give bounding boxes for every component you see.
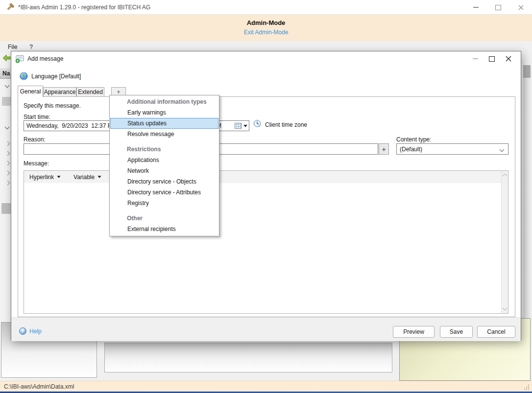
menu-item-status-updates[interactable]: Status updates — [110, 118, 218, 129]
start-time-label: Start time: — [24, 114, 50, 120]
main-window-controls — [464, 0, 532, 15]
dialog-maximize-button[interactable] — [484, 51, 500, 66]
dialog-close-button[interactable] — [500, 51, 517, 66]
add-message-dialog: Add message Language [Default] — [11, 51, 521, 341]
close-icon — [506, 56, 511, 62]
menu-group-header: Additional information types — [110, 96, 219, 107]
content-type-value: (Default) — [400, 146, 422, 153]
instruction-text: Specify this message. — [24, 102, 81, 109]
language-row: Language [Default] — [16, 72, 81, 80]
back-arrow-icon[interactable] — [2, 54, 11, 63]
menu-item-network[interactable]: Network — [110, 165, 218, 176]
right-scrollbar-thumb[interactable] — [523, 65, 531, 78]
maximize-icon — [489, 56, 495, 62]
tree-scroll-remnant — [1, 203, 11, 214]
client-time-zone-label: Client time zone — [265, 121, 307, 128]
status-bar: C:\IBI-aws\Admin\Data.xml — [0, 381, 532, 392]
scroll-up-icon[interactable] — [503, 174, 508, 179]
tree-column-header[interactable]: Na — [0, 68, 11, 79]
menu-item-directory-service-objects[interactable]: Directory service - Objects — [110, 176, 218, 187]
menu-item-early-warnings[interactable]: Early warnings — [110, 107, 218, 118]
menu-help[interactable]: ? — [25, 43, 37, 51]
dialog-titlebar: Add message — [11, 51, 521, 66]
save-button[interactable]: Save — [440, 326, 473, 338]
add-message-icon — [15, 55, 24, 63]
menu-separator — [110, 139, 219, 144]
admin-mode-title: Admin-Mode — [0, 19, 532, 26]
help-icon: ? — [19, 327, 26, 335]
content-type-label: Content type: — [396, 136, 431, 143]
client-time-zone-icon — [253, 119, 263, 129]
dialog-minimize-button[interactable] — [467, 51, 484, 66]
content-type-select[interactable]: (Default) — [396, 143, 508, 155]
help-link[interactable]: ? Help — [19, 327, 42, 335]
menu-item-resolve-message[interactable]: Resolve message — [110, 129, 218, 139]
tab-extended[interactable]: Extended — [76, 87, 104, 96]
menu-separator — [110, 208, 219, 213]
preview-button[interactable]: Preview — [393, 326, 435, 338]
dialog-title: Add message — [27, 55, 63, 62]
message-scrollbar[interactable] — [501, 171, 508, 313]
menu-item-applications[interactable]: Applications — [110, 155, 218, 165]
minimize-icon — [473, 58, 478, 59]
dialog-controls — [467, 51, 517, 66]
maximize-button[interactable] — [487, 0, 509, 15]
chevron-down-icon — [243, 125, 247, 127]
maximize-icon — [495, 5, 501, 10]
menu-item-registry[interactable]: Registry — [110, 198, 218, 208]
close-icon — [518, 5, 524, 10]
hyperlink-dropdown-button[interactable]: Hyperlink — [28, 173, 62, 182]
reason-label: Reason: — [24, 136, 46, 143]
menu-file[interactable]: File — [3, 43, 22, 51]
scroll-down-icon[interactable] — [503, 306, 508, 311]
start-time-value: Wednesday, 9/20/2023 12:37 PM — [26, 122, 117, 129]
main-window-title: *IBI-aws Admin 1.29.0 - registered for I… — [18, 4, 150, 11]
menu-group-header: Restrictions — [110, 144, 219, 155]
admin-mode-banner: Admin-Mode Exit Admin-Mode — [0, 15, 532, 41]
minimize-button[interactable] — [464, 0, 487, 15]
resize-grip[interactable] — [524, 385, 530, 391]
variable-dropdown-button[interactable]: Variable — [72, 173, 103, 182]
add-reason-button[interactable]: + — [379, 143, 389, 155]
calendar-dropdown-button[interactable] — [235, 123, 247, 129]
menu-item-directory-service-attributes[interactable]: Directory service - Attributes — [110, 187, 218, 198]
variable-label: Variable — [73, 174, 95, 181]
menu-group-header: Other — [110, 213, 219, 224]
exit-admin-mode-link[interactable]: Exit Admin-Mode — [244, 29, 289, 36]
right-scrollbar[interactable] — [523, 65, 531, 318]
tree-selected-row[interactable] — [2, 97, 11, 106]
chevron-down-icon — [98, 176, 101, 178]
hyperlink-label: Hyperlink — [29, 174, 54, 181]
app-hammer-icon — [6, 3, 14, 11]
tab-appearance[interactable]: Appearance — [43, 87, 76, 96]
tab-general[interactable]: General — [18, 86, 43, 97]
close-button[interactable] — [509, 0, 532, 15]
chevron-down-icon — [500, 147, 505, 152]
message-label: Message: — [24, 160, 49, 167]
help-label: Help — [29, 328, 42, 335]
message-toolbar: Hyperlink Variable Select — [24, 171, 501, 183]
message-type-menu: Additional information types Early warni… — [109, 95, 219, 236]
menu-item-external-recipients[interactable]: External recipients — [110, 224, 218, 234]
language-label: Language [Default] — [31, 73, 81, 80]
detail-panel-bottom — [104, 343, 392, 372]
screen: *IBI-aws Admin 1.29.0 - registered for I… — [0, 0, 532, 393]
globe-icon — [20, 72, 28, 80]
status-path: C:\IBI-aws\Admin\Data.xml — [4, 383, 74, 390]
calendar-icon — [235, 123, 242, 129]
minimize-icon — [473, 7, 479, 8]
chevron-down-icon — [57, 176, 60, 178]
main-titlebar: *IBI-aws Admin 1.29.0 - registered for I… — [0, 0, 532, 15]
message-editor[interactable]: Hyperlink Variable Select — [24, 170, 508, 314]
cancel-button[interactable]: Cancel — [477, 326, 515, 338]
